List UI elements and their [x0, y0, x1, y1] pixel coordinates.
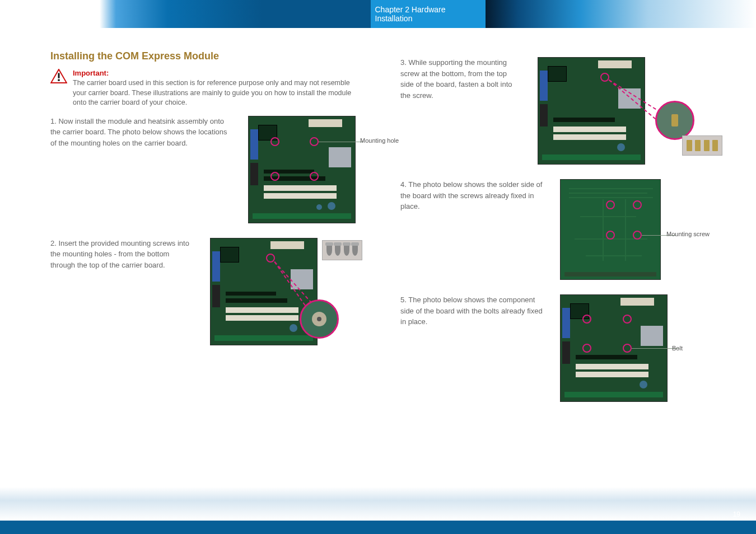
step-1-text: 1. Now install the module and heatsink a…: [50, 116, 231, 149]
mounting-hole-label: Mounting hole: [360, 137, 410, 144]
step-5-body: The photo below shows the component side…: [400, 296, 543, 326]
zoom-circle-standoff: [655, 101, 694, 140]
board-image-5: [560, 294, 668, 402]
important-label: Important:: [73, 69, 356, 77]
step-1-num: 1.: [50, 117, 57, 125]
section-title: Installing the COM Express Module: [50, 50, 356, 62]
right-column: 3. While supporting the mounting screw a…: [378, 39, 756, 484]
step-4-body: The photo below shows the solder side of…: [400, 180, 542, 210]
bolt-mark: [623, 344, 632, 353]
bolt-mark: [582, 344, 591, 353]
mounting-hole-mark: [270, 172, 279, 181]
important-text: The carrier board used in this section i…: [73, 78, 356, 108]
page-number: 19: [733, 510, 740, 518]
mounting-hole-mark: [310, 137, 319, 146]
important-block: Important: The carrier board used in thi…: [50, 69, 356, 108]
step-2-num: 2.: [50, 239, 57, 247]
step-1-row: 1. Now install the module and heatsink a…: [50, 116, 356, 223]
board-3-wrap: [538, 57, 706, 165]
header-band: Chapter 2 Hardware Installation: [0, 0, 756, 28]
zoom-circle-screw: [300, 299, 339, 339]
step-2-body: Insert the provided mounting screws into…: [50, 239, 189, 269]
header-grad-left: [100, 0, 371, 28]
step-5-row: 5. The photo below shows the component s…: [400, 294, 706, 402]
mounting-hole-mark: [310, 172, 319, 181]
bolt-mount-mark: [600, 73, 609, 82]
mounting-screw-label: Mounting screw: [666, 231, 717, 237]
callout-line: [319, 142, 363, 142]
board-image-1: [248, 116, 356, 223]
step-2-row: 2. Insert the provided mounting screws i…: [50, 238, 356, 345]
mounting-hole-mark: [270, 137, 279, 146]
standoffs-photo: [682, 135, 722, 156]
step-3-num: 3.: [400, 58, 407, 67]
back-screw-mark: [633, 231, 642, 240]
content-area: Installing the COM Express Module Import…: [0, 39, 756, 484]
step-1-body: Now install the module and heatsink asse…: [50, 117, 227, 147]
back-screw-mark: [633, 200, 642, 209]
step-5-text: 5. The photo below shows the component s…: [400, 294, 543, 327]
footer-white-band: [0, 487, 756, 521]
bolt-mark: [582, 315, 591, 324]
svg-rect-2: [58, 79, 59, 81]
board-image-3: [538, 57, 645, 165]
header-left-white: [0, 0, 100, 28]
board-4-wrap: Mounting screw: [560, 179, 706, 280]
board-image-4-back: [560, 179, 661, 280]
warning-icon: [50, 69, 67, 83]
back-screw-mark: [606, 231, 615, 240]
svg-rect-1: [58, 73, 60, 78]
header-grad-right: [486, 0, 757, 28]
bolt-mark: [623, 315, 632, 324]
step-2-text: 2. Insert the provided mounting screws i…: [50, 238, 193, 271]
step-4-num: 4.: [400, 180, 407, 189]
step-3-body: While supporting the mounting screw at t…: [400, 58, 512, 100]
screw-mount-mark: [266, 254, 275, 263]
bolt-label: Bolt: [672, 345, 722, 352]
step-3-row: 3. While supporting the mounting screw a…: [400, 57, 706, 165]
board-1-wrap: Mounting hole: [248, 116, 356, 223]
footer-blue-band: [0, 521, 756, 534]
board-2-wrap: [210, 238, 356, 345]
step-4-row: 4. The photo below shows the solder side…: [400, 179, 706, 280]
board-5-wrap: Bolt: [560, 294, 706, 402]
screws-photo: [322, 240, 362, 260]
left-column: Installing the COM Express Module Import…: [0, 39, 378, 484]
chapter-label: Chapter 2 Hardware Installation: [371, 0, 486, 28]
step-4-text: 4. The photo below shows the solder side…: [400, 179, 543, 212]
step-3-text: 3. While supporting the mounting screw a…: [400, 57, 521, 101]
step-5-num: 5.: [400, 296, 407, 304]
pcb-traces: [563, 182, 657, 277]
back-screw-mark: [606, 200, 615, 209]
